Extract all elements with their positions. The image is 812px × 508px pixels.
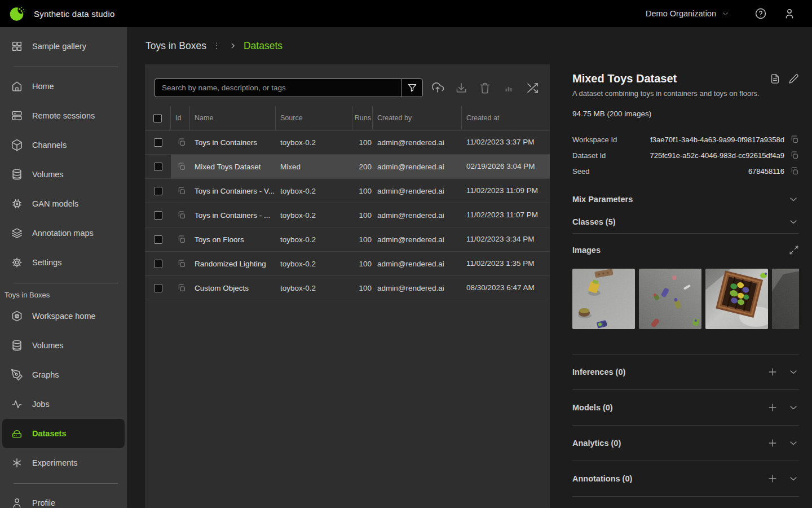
sidebar-item-workspace-home[interactable]: Workspace home bbox=[0, 301, 127, 331]
sidebar-item-ws-volumes[interactable]: Volumes bbox=[0, 331, 127, 360]
dataset-thumbnail-4[interactable] bbox=[772, 269, 799, 329]
column-header-source[interactable]: Source bbox=[276, 106, 352, 130]
copy-id-button[interactable] bbox=[177, 186, 186, 195]
help-button[interactable] bbox=[754, 7, 767, 20]
column-header-id[interactable]: Id bbox=[171, 106, 190, 130]
upload-button[interactable] bbox=[431, 81, 444, 95]
column-header-name[interactable]: Name bbox=[190, 106, 276, 130]
dataset-created-at: 11/02/2023 3:37 PM bbox=[462, 130, 550, 154]
copy-id-button[interactable] bbox=[177, 138, 186, 147]
download-button[interactable] bbox=[454, 81, 468, 95]
copy-id-button[interactable] bbox=[177, 235, 186, 244]
section-mix-parameters[interactable]: Mix Parameters bbox=[572, 188, 799, 211]
sidebar-item-profile[interactable]: Profile bbox=[0, 488, 127, 508]
breadcrumb-workspace[interactable]: Toys in Boxes bbox=[145, 40, 206, 52]
expand-analytics-button[interactable] bbox=[788, 437, 799, 449]
sidebar-item-gan-models[interactable]: GAN models bbox=[0, 189, 127, 218]
sidebar-item-remote-sessions[interactable]: Remote sessions bbox=[0, 101, 127, 130]
row-checkbox[interactable] bbox=[154, 163, 162, 171]
table-row[interactable]: Toys in Containers - ... toybox-0.2 100 … bbox=[145, 203, 550, 227]
filter-button[interactable] bbox=[401, 78, 423, 97]
sidebar-item-annotation-maps[interactable]: Annotation maps bbox=[0, 218, 127, 248]
section-classes[interactable]: Classes (5) bbox=[572, 211, 799, 233]
copy-dataset-id-button[interactable] bbox=[790, 151, 799, 160]
column-header-runs[interactable]: Runs bbox=[352, 106, 373, 130]
copy-id-button[interactable] bbox=[177, 162, 186, 171]
expand-classes-button[interactable] bbox=[788, 216, 799, 227]
mix-datasets-button[interactable] bbox=[526, 81, 539, 95]
dataset-name[interactable]: Toys in Containers bbox=[190, 130, 276, 154]
table-row[interactable]: Toys in Containers - V... toybox-0.2 100… bbox=[145, 179, 550, 203]
row-checkbox[interactable] bbox=[154, 187, 162, 195]
sidebar-item-channels[interactable]: Channels bbox=[0, 130, 127, 160]
add-inference-button[interactable] bbox=[767, 366, 778, 378]
dataset-name[interactable]: Custom Objects bbox=[190, 276, 276, 300]
sidebar-item-settings[interactable]: Settings bbox=[0, 248, 127, 277]
sidebar-item-jobs[interactable]: Jobs bbox=[0, 389, 127, 419]
row-checkbox[interactable] bbox=[154, 260, 162, 268]
sidebar-item-home[interactable]: Home bbox=[0, 72, 127, 101]
search-input[interactable] bbox=[155, 78, 401, 97]
column-header-created-at[interactable]: Created at bbox=[462, 106, 550, 130]
dataset-thumbnail-3[interactable] bbox=[705, 269, 768, 329]
table-row[interactable]: Toys in Containers toybox-0.2 100 admin@… bbox=[145, 130, 550, 155]
table-row[interactable]: Toys on Floors toybox-0.2 100 admin@rend… bbox=[145, 227, 550, 252]
dataset-thumbnail-2[interactable] bbox=[639, 269, 701, 329]
section-inferences[interactable]: Inferences (0) bbox=[572, 354, 799, 389]
section-models[interactable]: Models (0) bbox=[572, 390, 799, 425]
dataset-name[interactable]: Toys in Containers - ... bbox=[190, 203, 276, 227]
field-value: f3ae70f1-3a4b-4a63-9a99-0f9817a9358d bbox=[650, 135, 784, 144]
copy-workspace-id-button[interactable] bbox=[790, 135, 799, 144]
profile-button[interactable] bbox=[783, 7, 796, 20]
edit-dataset-button[interactable] bbox=[788, 73, 799, 84]
section-analytics[interactable]: Analytics (0) bbox=[572, 426, 799, 461]
table-row-selected[interactable]: Mixed Toys Dataset Mixed 200 admin@rende… bbox=[145, 155, 550, 179]
sidebar-item-volumes[interactable]: Volumes bbox=[0, 160, 127, 189]
dataset-created-at: 11/02/2023 11:07 PM bbox=[462, 203, 550, 227]
view-log-button[interactable] bbox=[770, 73, 780, 84]
table-row[interactable]: Randomized Lighting toybox-0.2 100 admin… bbox=[145, 252, 550, 276]
expand-mix-parameters-button[interactable] bbox=[788, 194, 799, 205]
sidebar-item-datasets[interactable]: Datasets bbox=[2, 419, 125, 448]
row-checkbox[interactable] bbox=[154, 235, 162, 244]
analytics-button[interactable] bbox=[502, 81, 515, 95]
dataset-name[interactable]: Randomized Lighting bbox=[190, 252, 276, 275]
sidebar-item-graphs[interactable]: Graphs bbox=[0, 360, 127, 389]
dataset-name[interactable]: Mixed Toys Dataset bbox=[190, 155, 276, 178]
workspace-menu-button[interactable] bbox=[212, 41, 221, 50]
copy-id-button[interactable] bbox=[177, 283, 186, 292]
dataset-thumbnail-1[interactable] bbox=[572, 269, 635, 329]
add-annotation-button[interactable] bbox=[767, 473, 778, 484]
expand-annotations-button[interactable] bbox=[788, 473, 799, 484]
expand-models-button[interactable] bbox=[788, 402, 799, 413]
sidebar-item-sample-gallery[interactable]: Sample gallery bbox=[0, 32, 127, 61]
copy-seed-button[interactable] bbox=[790, 167, 799, 176]
dataset-created-at: 11/02/2023 11:09 PM bbox=[462, 179, 550, 203]
copy-icon bbox=[177, 283, 186, 292]
delete-button[interactable] bbox=[478, 81, 492, 95]
copy-id-button[interactable] bbox=[177, 211, 186, 220]
copy-id-button[interactable] bbox=[177, 259, 186, 268]
column-header-created-by[interactable]: Created by bbox=[373, 106, 462, 130]
dataset-created-by: admin@rendered.ai bbox=[373, 252, 462, 275]
row-checkbox[interactable] bbox=[154, 138, 162, 147]
dataset-name[interactable]: Toys in Containers - V... bbox=[190, 179, 276, 203]
select-all-checkbox[interactable] bbox=[153, 114, 162, 122]
grid-icon bbox=[11, 40, 23, 52]
row-checkbox[interactable] bbox=[154, 284, 162, 292]
dataset-name[interactable]: Toys on Floors bbox=[190, 227, 276, 251]
plus-icon bbox=[767, 437, 778, 449]
breadcrumb-current[interactable]: Datasets bbox=[244, 40, 283, 52]
person-icon bbox=[11, 497, 23, 508]
sidebar-item-experiments[interactable]: Experiments bbox=[0, 448, 127, 478]
add-analytics-button[interactable] bbox=[767, 437, 778, 449]
org-selector[interactable]: Demo Organization bbox=[646, 9, 730, 18]
sidebar-item-label: Experiments bbox=[32, 458, 78, 467]
table-row[interactable]: Custom Objects toybox-0.2 100 admin@rend… bbox=[145, 276, 550, 300]
add-model-button[interactable] bbox=[767, 402, 778, 413]
expand-images-button[interactable] bbox=[789, 245, 799, 255]
section-annotations[interactable]: Annotations (0) bbox=[572, 461, 799, 496]
chevron-down-icon bbox=[788, 366, 799, 378]
expand-inferences-button[interactable] bbox=[788, 366, 799, 378]
row-checkbox[interactable] bbox=[154, 211, 162, 220]
